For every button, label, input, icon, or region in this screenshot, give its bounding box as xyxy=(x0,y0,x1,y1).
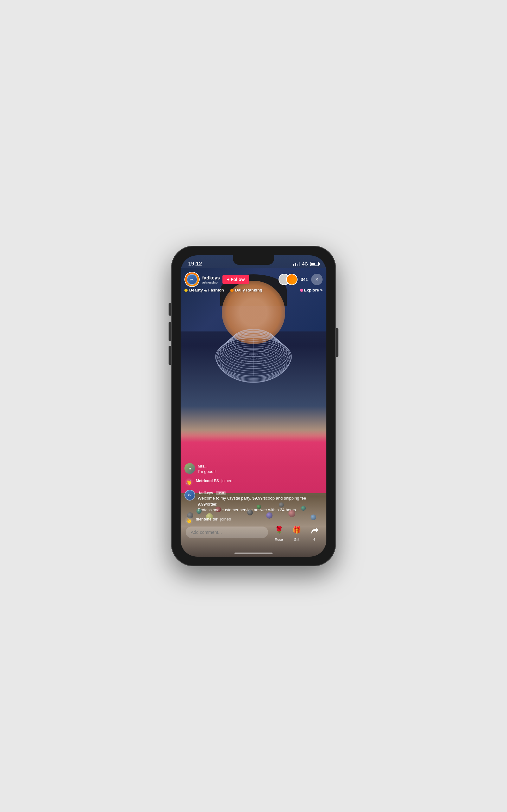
viewer-avatar-2 xyxy=(286,274,297,285)
commenter-1-name: Mts... xyxy=(198,464,208,468)
status-right: 4G xyxy=(293,261,319,266)
phone-device: 19:12 4G xyxy=(171,246,336,566)
joined-item-1: 👋 Metricool ES joined xyxy=(184,478,323,487)
close-button[interactable]: × xyxy=(311,274,323,285)
comment-1-text: I'm good!! xyxy=(198,469,323,474)
slinky-visual xyxy=(209,306,298,408)
host-comment: FK -fadkeys Host Welcome to my Crystal p… xyxy=(184,490,323,513)
battery-fill xyxy=(311,263,315,265)
comment-1-container: Mts... I'm good!! xyxy=(198,463,323,474)
network-type: 4G xyxy=(302,261,308,266)
host-avatar: FK xyxy=(184,272,200,287)
gift-label: Gift xyxy=(294,538,299,542)
beauty-category[interactable]: Beauty & Fashion xyxy=(184,288,224,293)
beauty-dot xyxy=(184,289,187,292)
host-comment-avatar: FK xyxy=(184,490,195,501)
rose-label: Rose xyxy=(275,538,283,542)
explore-label: Explore > xyxy=(304,288,323,293)
host-badge: Host xyxy=(216,491,226,495)
host-message-text: Welcome to my Crystal party. $9.99/scoop… xyxy=(198,496,323,513)
host-name: -fadkeys xyxy=(198,491,213,495)
bottom-action-bar: 🌹 Rose 🎁 Gift 6 xyxy=(181,520,326,544)
ranking-category[interactable]: Daily Ranking xyxy=(230,288,262,293)
host-avatar-container[interactable]: FK xyxy=(184,272,200,287)
user-info: fadkeys artnership xyxy=(202,275,220,284)
notch xyxy=(233,255,274,265)
category-bar: Beauty & Fashion Daily Ranking Explore > xyxy=(181,288,326,293)
gift-button[interactable]: 🎁 Gift xyxy=(290,523,303,542)
explore-dot xyxy=(300,289,303,292)
rose-button[interactable]: 🌹 Rose xyxy=(272,523,286,542)
follow-button[interactable]: + Follow xyxy=(222,275,249,284)
fadkeys-logo: FK xyxy=(187,274,198,285)
viewer-avatars xyxy=(279,274,297,285)
home-indicator[interactable] xyxy=(234,553,273,554)
joiner-1-name: Metricool ES xyxy=(196,478,219,483)
comment-input[interactable] xyxy=(186,526,268,538)
host-username: fadkeys xyxy=(202,275,220,281)
ranking-dot xyxy=(230,289,233,292)
comment-item: M Mts... I'm good!! xyxy=(184,463,323,474)
viewer-count: 341 xyxy=(301,277,308,282)
partnership-label: artnership xyxy=(202,281,220,284)
share-icon xyxy=(307,523,321,537)
ranking-label: Daily Ranking xyxy=(235,288,262,293)
volume-silent-button[interactable] xyxy=(169,303,171,316)
explore-button[interactable]: Explore > xyxy=(300,288,323,293)
gift-icon: 🎁 xyxy=(290,523,303,537)
power-button[interactable] xyxy=(336,328,338,357)
share-button[interactable]: 6 xyxy=(307,523,321,542)
phone-screen: 19:12 4G xyxy=(181,255,326,557)
beauty-label: Beauty & Fashion xyxy=(189,288,224,293)
battery-icon xyxy=(310,262,319,266)
joined-1-text: joined xyxy=(220,478,232,483)
signal-icon xyxy=(293,262,300,266)
host-comment-container: -fadkeys Host Welcome to my Crystal part… xyxy=(198,490,323,513)
share-count: 6 xyxy=(314,538,315,542)
time-display: 19:12 xyxy=(188,261,202,267)
comments-area: M Mts... I'm good!! 👋 Metricool ES joine… xyxy=(184,463,323,525)
right-controls: 341 × xyxy=(279,274,323,285)
commenter-avatar-1: M xyxy=(184,463,195,474)
rose-icon: 🌹 xyxy=(272,523,286,537)
wave-icon-1: 👋 xyxy=(184,478,193,487)
live-header: FK fadkeys artnership + Follow 341 × xyxy=(181,269,326,290)
joined-1-container: Metricool ES joined xyxy=(196,478,323,484)
volume-down-button[interactable] xyxy=(169,346,171,365)
volume-up-button[interactable] xyxy=(169,322,171,341)
